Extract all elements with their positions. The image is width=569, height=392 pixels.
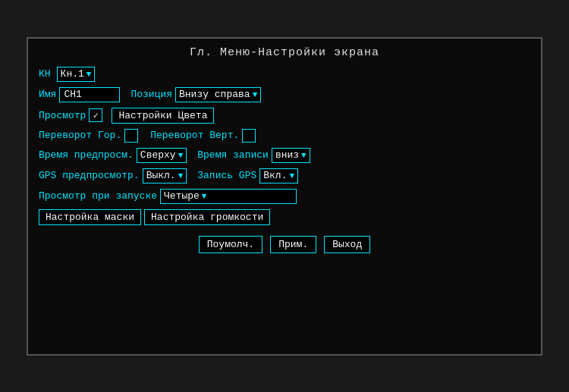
action-buttons-row: Поумолч. Прим. Выход — [39, 236, 530, 253]
view-on-start-arrow-icon: ▼ — [202, 192, 207, 201]
preview-time-label: Время предпросм. — [39, 149, 134, 161]
view-on-start-row: Просмотр при запуске Четыре ▼ — [39, 189, 530, 204]
default-button[interactable]: Поумолч. — [199, 236, 262, 253]
view-on-start-label: Просмотр при запуске — [39, 190, 157, 202]
name-position-row: Имя СН1 Позиция Внизу справа ▼ — [39, 87, 530, 102]
kn-row: КН Кн.1 ▼ — [39, 67, 530, 82]
kn-arrow-icon: ▼ — [86, 70, 92, 79]
position-arrow-icon: ▼ — [253, 90, 258, 99]
record-time-value: вниз — [275, 149, 299, 161]
preview-time-arrow-icon: ▼ — [178, 151, 184, 160]
record-time-dropdown[interactable]: вниз ▼ — [272, 148, 310, 163]
kn-dropdown[interactable]: Кн.1 ▼ — [57, 67, 96, 82]
gps-row: GPS предпросмотр. Выкл. ▼ Запись GPS Вкл… — [39, 168, 530, 183]
time-row: Время предпросм. Сверху ▼ Время записи в… — [39, 148, 530, 163]
position-value: Внизу справа — [179, 89, 250, 100]
screen-title: Гл. Меню-Настройки экрана — [39, 46, 530, 59]
color-settings-button[interactable]: Настройки Цвета — [112, 108, 214, 124]
apply-button[interactable]: Прим. — [270, 236, 316, 253]
flip-vert-checkbox[interactable] — [242, 129, 256, 143]
view-on-start-dropdown[interactable]: Четыре ▼ — [160, 189, 297, 204]
review-color-row: Просмотр ✓ Настройки Цвета — [39, 108, 530, 124]
volume-settings-button[interactable]: Настройка громкости — [144, 209, 270, 225]
kn-value: Кн.1 — [61, 68, 84, 80]
flip-hor-label: Переворот Гор. — [39, 130, 121, 141]
gps-preview-arrow-icon: ▼ — [178, 171, 184, 180]
record-time-label: Время записи — [197, 149, 269, 161]
review-check-icon: ✓ — [93, 110, 99, 121]
record-time-arrow-icon: ▼ — [301, 151, 307, 160]
main-screen: Гл. Меню-Настройки экрана КН Кн.1 ▼ Имя … — [27, 37, 542, 356]
flip-row: Переворот Гор. Переворот Верт. — [39, 129, 530, 143]
position-label: Позиция — [130, 89, 172, 100]
mask-volume-row: Настройка маски Настройка громкости — [39, 209, 530, 225]
preview-time-dropdown[interactable]: Сверху ▼ — [137, 148, 187, 163]
gps-preview-dropdown[interactable]: Выкл. ▼ — [143, 168, 187, 183]
preview-time-value: Сверху — [140, 149, 176, 161]
gps-record-dropdown[interactable]: Вкл. ▼ — [259, 168, 298, 183]
review-checkbox[interactable]: ✓ — [89, 108, 102, 122]
flip-vert-label: Переворот Верт. — [150, 130, 239, 141]
gps-preview-value: Выкл. — [146, 170, 176, 181]
view-on-start-value: Четыре — [164, 190, 200, 202]
gps-record-value: Вкл. — [263, 170, 287, 181]
kn-label: КН — [39, 68, 51, 80]
gps-preview-label: GPS предпросмотр. — [39, 170, 140, 181]
name-label: Имя — [39, 89, 56, 100]
exit-button[interactable]: Выход — [324, 236, 370, 253]
position-dropdown[interactable]: Внизу справа ▼ — [175, 87, 261, 102]
mask-settings-button[interactable]: Настройка маски — [39, 209, 141, 225]
review-label: Просмотр — [39, 110, 86, 121]
flip-hor-checkbox[interactable] — [124, 129, 138, 143]
gps-record-arrow-icon: ▼ — [289, 171, 294, 180]
gps-record-label: Запись GPS — [197, 170, 256, 181]
name-field[interactable]: СН1 — [59, 87, 120, 102]
